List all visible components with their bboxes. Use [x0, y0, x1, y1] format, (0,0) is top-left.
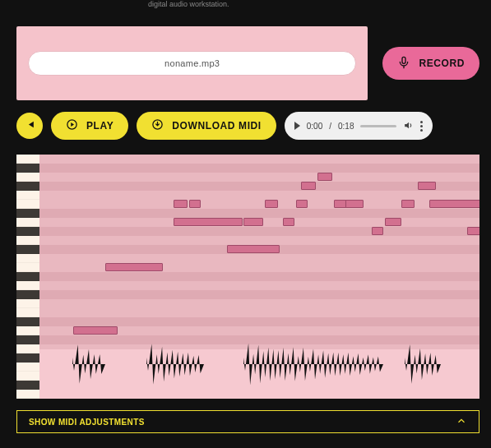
microphone-icon [397, 56, 410, 72]
play-label: PLAY [86, 120, 113, 132]
midi-note[interactable] [467, 227, 479, 235]
player-menu-icon[interactable] [420, 121, 423, 132]
show-midi-adjustments-toggle[interactable]: SHOW MIDI ADJUSTMENTS [16, 410, 479, 433]
skip-back-icon [25, 119, 35, 132]
midi-note[interactable] [189, 200, 201, 208]
midi-note[interactable] [243, 218, 263, 226]
piano-roll[interactable] [16, 155, 479, 399]
midi-note[interactable] [317, 173, 332, 181]
midi-note[interactable] [418, 182, 436, 190]
download-midi-label: DOWNLOAD MIDI [172, 120, 261, 132]
midi-note[interactable] [174, 200, 188, 208]
midi-note[interactable] [429, 200, 479, 208]
midi-note[interactable] [283, 218, 294, 226]
midi-note[interactable] [372, 227, 383, 235]
player-seek-bar[interactable] [360, 125, 396, 127]
download-midi-button[interactable]: DOWNLOAD MIDI [137, 112, 276, 140]
volume-icon[interactable] [403, 120, 414, 132]
midi-note[interactable] [401, 200, 415, 208]
midi-note[interactable] [345, 200, 364, 208]
record-button[interactable]: RECORD [382, 47, 479, 80]
player-play-icon[interactable] [294, 122, 300, 130]
waveform-area [39, 349, 479, 399]
play-icon [66, 118, 78, 133]
piano-keys [16, 155, 39, 399]
midi-note[interactable] [385, 218, 401, 226]
record-label: RECORD [419, 58, 465, 69]
filename-pill[interactable]: noname.mp3 [28, 51, 356, 76]
play-button[interactable]: PLAY [51, 112, 128, 140]
adjustments-label: SHOW MIDI ADJUSTMENTS [29, 418, 145, 427]
download-icon [151, 118, 164, 133]
player-total-time: 0:18 [338, 122, 354, 131]
midi-note[interactable] [174, 218, 243, 226]
midi-note[interactable] [73, 326, 118, 335]
player-current-time: 0:00 [307, 122, 322, 131]
midi-note[interactable] [265, 200, 278, 208]
file-panel: noname.mp3 [16, 26, 368, 100]
tagline-text: digital audio workstation. [0, 0, 491, 10]
midi-note[interactable] [301, 182, 316, 190]
player-time-sep: / [329, 122, 331, 131]
skip-back-button[interactable] [16, 113, 43, 139]
chevron-up-icon [456, 415, 467, 428]
audio-player[interactable]: 0:00 / 0:18 [285, 112, 433, 140]
midi-note[interactable] [296, 200, 308, 208]
midi-note[interactable] [227, 245, 280, 253]
midi-note[interactable] [105, 263, 163, 271]
